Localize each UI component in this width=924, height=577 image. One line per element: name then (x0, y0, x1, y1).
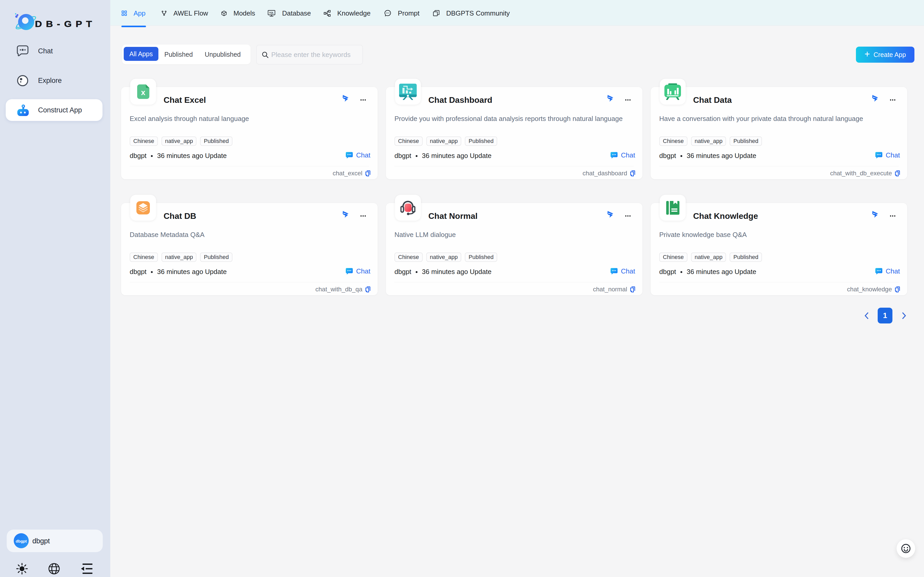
svg-text:SQL: SQL (269, 11, 274, 14)
svg-text:dbgpt: dbgpt (16, 539, 27, 543)
svg-text:x: x (141, 88, 145, 97)
svg-text:DB-GPT: DB-GPT (35, 19, 96, 29)
